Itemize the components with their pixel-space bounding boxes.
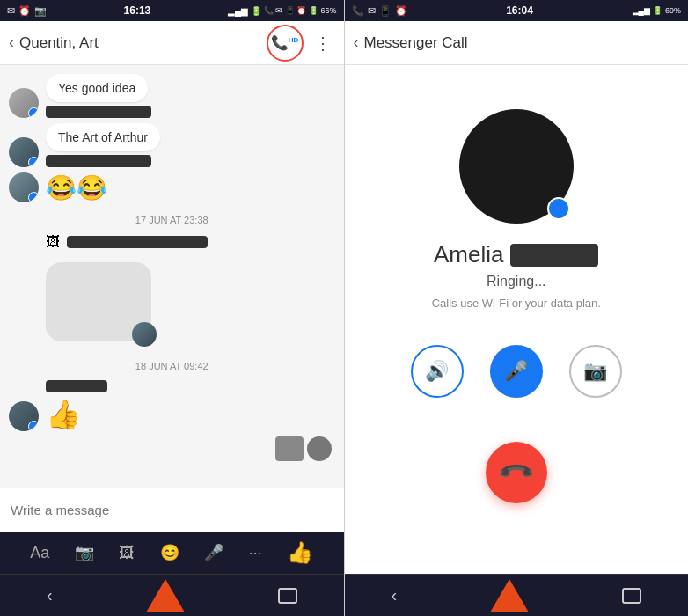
more-options-button[interactable]: ⋮ — [311, 33, 335, 54]
redacted-bar — [46, 155, 151, 167]
envelope-icon: ✉ — [7, 5, 15, 17]
aa-button[interactable]: Aa — [30, 544, 49, 562]
caller-name-row: Amelia — [434, 241, 598, 268]
date-separator-2: 18 JUN AT 09:42 — [9, 354, 335, 375]
camera-button[interactable]: 📷 — [75, 543, 94, 562]
message-text: Yes good idea — [58, 81, 135, 95]
message-row: Yes good idea — [9, 74, 335, 118]
mute-button[interactable]: 🎤 — [490, 345, 543, 398]
call-screen-title: Messenger Call — [364, 34, 680, 52]
signal-icon-r: ▂▄▆ — [633, 6, 650, 15]
clock-icon: ⏰ — [18, 5, 31, 17]
thumbs-up-icon: 👍 — [46, 398, 81, 431]
header-right: ‹ Messenger Call — [345, 21, 689, 65]
redacted-bar-short — [46, 380, 107, 392]
avatar — [9, 172, 39, 202]
status-left-icons: ✉ ⏰ 📷 — [7, 5, 47, 17]
dots-button[interactable]: ··· — [249, 544, 262, 562]
image-icon: 🖼 — [46, 234, 60, 250]
call-controls: 🔊 🎤 📷 — [411, 345, 622, 398]
speaker-icon: 🔊 — [425, 360, 449, 383]
caller-last-name-redacted — [510, 244, 598, 267]
status-bar-right: 📞 ✉ 📱 ⏰ 16:04 ▂▄▆ 🔋 69% — [345, 0, 689, 21]
emoji-button[interactable]: 😊 — [160, 543, 179, 562]
battery-label: 📞 ✉ 📱 ⏰ 🔋 66% — [264, 6, 337, 15]
redacted-content — [67, 236, 208, 248]
end-call-icon: 📞 — [496, 453, 536, 493]
mobile-icon: 📱 — [379, 5, 392, 17]
message-row: 😂😂 — [9, 172, 335, 202]
recents-button[interactable] — [278, 588, 297, 604]
media-bubble — [46, 262, 151, 341]
status-bar-left: ✉ ⏰ 📷 16:13 ▂▄▆ 🔋 📞 ✉ 📱 ⏰ 🔋 66% — [0, 0, 344, 21]
emoji-message: 😂😂 — [46, 173, 107, 202]
nav-bar-right: ‹ — [345, 574, 689, 616]
end-call-button[interactable]: 📞 — [486, 442, 547, 503]
video-icon: 📷 — [583, 360, 607, 383]
envelope-icon-r: ✉ — [368, 5, 376, 17]
chat-area: Yes good idea The Art of Arthur 😂😂 17 J — [0, 65, 344, 488]
status-left-icons-right: 📞 ✉ 📱 ⏰ — [352, 5, 407, 17]
thumb-message: 👍 — [9, 398, 335, 431]
caller-avatar — [459, 109, 574, 224]
message-bubble: The Art of Arthur — [46, 123, 160, 151]
mic-button[interactable]: 🎤 — [204, 543, 223, 562]
image-thumb-1 — [275, 436, 304, 461]
status-time-left: 16:13 — [124, 4, 151, 17]
status-right-icons-right: ▂▄▆ 🔋 69% — [633, 6, 681, 15]
hd-call-button[interactable]: 📞HD — [267, 25, 304, 62]
wifi-icon: 🔋 — [251, 6, 261, 16]
avatar — [9, 88, 39, 118]
camera-status-icon: 📷 — [34, 5, 47, 17]
image-thumb-2 — [307, 436, 332, 461]
avatar — [9, 401, 39, 431]
recents-button-right[interactable] — [622, 588, 641, 604]
caller-first-name: Amelia — [434, 241, 503, 268]
back-button[interactable]: ‹ — [9, 33, 14, 52]
right-panel: 📞 ✉ 📱 ⏰ 16:04 ▂▄▆ 🔋 69% ‹ Messenger Call… — [345, 0, 689, 616]
back-button-right[interactable]: ‹ — [354, 33, 359, 52]
message-row: The Art of Arthur — [9, 123, 335, 167]
call-info: Calls use Wi-Fi or your data plan. — [432, 297, 601, 310]
bottom-toolbar-left: Aa 📷 🖼 😊 🎤 ··· 👍 — [0, 532, 344, 574]
chat-title: Quentin, Art — [19, 34, 267, 52]
bubble-avatar — [132, 322, 157, 347]
message-bubble: Yes good idea — [46, 74, 148, 102]
image-button[interactable]: 🖼 — [119, 544, 135, 562]
left-panel: ✉ ⏰ 📷 16:13 ▂▄▆ 🔋 📞 ✉ 📱 ⏰ 🔋 66% ‹ Quenti… — [0, 0, 344, 616]
nav-back-button-right[interactable]: ‹ — [391, 585, 397, 605]
images-row — [9, 436, 335, 461]
header-left: ‹ Quentin, Art 📞HD ⋮ — [0, 21, 344, 65]
status-right-icons-left: ▂▄▆ 🔋 📞 ✉ 📱 ⏰ 🔋 66% — [228, 6, 337, 16]
redacted-message: 🖼 — [9, 234, 335, 250]
hd-call-icon: 📞HD — [271, 34, 299, 51]
home-button-right[interactable] — [490, 579, 529, 612]
battery-icon-r: 🔋 — [653, 6, 662, 15]
nav-back-button[interactable]: ‹ — [47, 585, 53, 605]
signal-icon: ▂▄▆ — [228, 6, 248, 16]
redacted-bar — [46, 106, 151, 118]
home-button[interactable] — [146, 579, 185, 612]
avatar — [9, 137, 39, 167]
call-status: Ringing... — [487, 274, 546, 290]
input-bar — [0, 488, 344, 532]
emoji-text: 😂😂 — [46, 173, 107, 202]
call-screen: Amelia Ringing... Calls use Wi-Fi or you… — [345, 65, 689, 574]
media-bubble-container — [9, 262, 335, 341]
nav-bar-left: ‹ — [0, 574, 344, 616]
mute-icon: 🎤 — [504, 360, 528, 383]
message-input[interactable] — [11, 502, 333, 517]
battery-pct-r: 69% — [665, 6, 681, 15]
like-button[interactable]: 👍 — [287, 540, 313, 565]
clock-icon-r: ⏰ — [395, 5, 407, 17]
message-text: The Art of Arthur — [58, 130, 148, 144]
date-separator: 17 JUN AT 23:38 — [9, 208, 335, 229]
speaker-button[interactable]: 🔊 — [411, 345, 464, 398]
status-time-right: 16:04 — [506, 4, 533, 17]
video-button[interactable]: 📷 — [569, 345, 622, 398]
phone-icon: 📞 — [352, 5, 364, 17]
